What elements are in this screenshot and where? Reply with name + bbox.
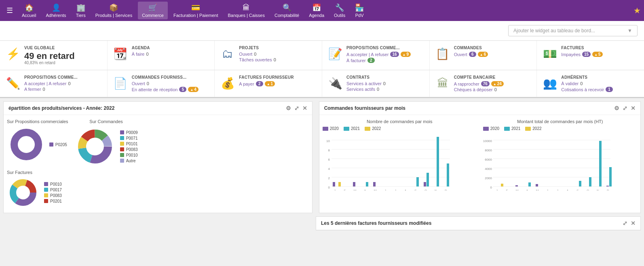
- svg-text:M: M: [536, 189, 538, 191]
- legend-color-2020: [323, 127, 328, 131]
- card-contrats[interactable]: 🔌 CONTRATS Services à activer 0 Services…: [322, 70, 430, 97]
- prop-warn-badge: 9: [401, 52, 411, 57]
- card-commandes-fourn[interactable]: 📄 COMMANDES FOURNISS... Ouvert 0 En atte…: [108, 70, 215, 97]
- legend-montant-2021: 2021: [504, 126, 520, 131]
- legend-p0205: P0205: [49, 142, 67, 147]
- card-commandes[interactable]: 📋 COMMANDES Ouvert 6 6: [430, 41, 537, 70]
- card-adherents[interactable]: 👥 ADHÉRENTS À valider 0 Cotisations à re…: [537, 70, 644, 97]
- svg-text:2000: 2000: [485, 176, 492, 180]
- card-agenda[interactable]: 📆 AGENDA À faire 0: [108, 41, 215, 70]
- svg-text:F: F: [344, 189, 346, 191]
- legend-dot-p0010: [120, 153, 124, 157]
- chart-right-expand-icon[interactable]: ⤢: [623, 105, 627, 111]
- bottom-expand-icon[interactable]: ⤢: [623, 220, 627, 226]
- svg-rect-95: [528, 182, 531, 186]
- cmd-ouvert-link[interactable]: Ouvert: [454, 52, 467, 57]
- donut-factures-title: Sur Factures: [7, 170, 309, 175]
- bar-commandes-legend: 2020 2021 2022: [323, 126, 477, 131]
- nav-item-facturation[interactable]: 💳 Facturation | Paiement: [169, 2, 222, 19]
- contrats-activer-link[interactable]: Services à activer: [346, 81, 382, 86]
- prop-accepter-badge: 16: [390, 52, 399, 57]
- fac-warn-badge: 5: [592, 52, 602, 57]
- nav-item-adherents[interactable]: 👤 Adhérents: [42, 2, 70, 19]
- donut-commandes-svg: [75, 126, 115, 167]
- favorites-star-icon[interactable]: ★: [633, 6, 641, 15]
- nav-item-tiers[interactable]: 🏢 Tiers: [72, 2, 90, 19]
- svg-point-8: [88, 139, 102, 154]
- legend-label-fac-p0201: P0201: [50, 199, 62, 203]
- nav-item-outils[interactable]: 🔧 Outils: [330, 2, 349, 19]
- svg-text:N: N: [597, 189, 599, 191]
- chart-left-title: épartition des produits/services - Année…: [8, 105, 114, 111]
- card-factures[interactable]: 💵 FACTURES Impayées 15 5: [537, 41, 644, 70]
- chart-left-filter-icon[interactable]: ⚙: [286, 105, 291, 111]
- card-vue-globale-number: 49 en retard: [24, 52, 101, 61]
- bar-chart-montant-title: Montant total de commandes par mois (HT): [483, 119, 637, 124]
- svg-text:S: S: [576, 189, 579, 191]
- card-vue-globale[interactable]: ⚡ VUE GLOBALE 49 en retard 40,83% en ret…: [0, 41, 108, 70]
- chart-right-close-icon[interactable]: ✕: [631, 105, 636, 111]
- card-compte-bancaire[interactable]: 🏛 COMPTE BANCAIRE A rapprocher 76 24 Chè…: [430, 70, 537, 97]
- chart-right-filter-icon[interactable]: ⚙: [614, 105, 619, 111]
- svg-text:10: 10: [326, 139, 330, 143]
- bar-chart-montant: Montant total de commandes par mois (HT)…: [483, 119, 637, 192]
- nav-item-produits[interactable]: 📦 Produits | Services: [91, 2, 137, 19]
- legend-cmd-p0010: P0010: [120, 153, 138, 157]
- chart-left-close-icon[interactable]: ✕: [302, 105, 307, 111]
- legend-fac-p0017: P0017: [44, 188, 62, 192]
- nav-item-agenda[interactable]: 📅 Agenda: [305, 2, 328, 19]
- adherents-cotisations-link[interactable]: Cotisations à recevoir: [561, 87, 604, 92]
- bottom-panel-header: Les 5 dernières factures fournisseurs mo…: [316, 217, 640, 230]
- fac-fourn-payer-link[interactable]: A payer: [239, 82, 254, 86]
- nav-label-banques: Banques | Caisses: [228, 13, 265, 18]
- legend-label-2022: 2022: [372, 126, 381, 131]
- card-propositions-fourn[interactable]: ✏️ PROPOSITIONS COMME... A accepter | A …: [0, 70, 108, 97]
- hamburger-icon[interactable]: ☰: [3, 4, 16, 17]
- agenda-afaire-link[interactable]: À faire: [132, 52, 145, 57]
- svg-text:S: S: [414, 189, 416, 191]
- projets-taches-link[interactable]: Tâches ouvertes: [239, 57, 272, 62]
- svg-text:M: M: [353, 189, 356, 191]
- proposition-icon: 📝: [328, 47, 342, 61]
- nav-item-accueil[interactable]: 🏠 Accueil: [18, 2, 40, 19]
- compte-cheques-link[interactable]: Chèques à déposer: [454, 87, 493, 92]
- card-contrats-content: CONTRATS Services à activer 0 Services a…: [346, 75, 424, 92]
- card-contrats-title: CONTRATS: [346, 75, 424, 80]
- adherents-valider-value: 0: [580, 81, 583, 86]
- legend-label-fac-p0083: P0083: [50, 193, 62, 198]
- fac-fourn-line1: A payer 2 1: [239, 81, 316, 86]
- fac-impayees-badge: 15: [582, 52, 591, 57]
- bottom-close-icon[interactable]: ✕: [631, 220, 636, 226]
- svg-text:J: J: [496, 189, 498, 191]
- nav-item-comptabilite[interactable]: 🔍 Comptabilité: [270, 2, 303, 19]
- prop-facturer-link[interactable]: À facturer: [346, 58, 366, 63]
- nav-item-banques[interactable]: 🏛 Banques | Caisses: [224, 2, 269, 19]
- prop-fourn-fermer-link[interactable]: A fermer: [24, 87, 41, 92]
- nav-item-commerce[interactable]: 🛒 Commerce: [138, 2, 168, 19]
- adherents-cotisations-badge: 1: [606, 87, 613, 92]
- legend-label-2020: 2020: [330, 126, 339, 131]
- projects-icon: 🗂: [220, 47, 235, 61]
- prop-accepter-link[interactable]: A accepter | A refuser: [346, 52, 389, 57]
- projets-ouvert-link[interactable]: Ouvert: [239, 52, 252, 57]
- svg-text:8000: 8000: [485, 149, 492, 152]
- adherents-valider-link[interactable]: À valider: [561, 81, 579, 86]
- chart-left-header: épartition des produits/services - Année…: [4, 102, 312, 115]
- contrats-actifs-link[interactable]: Services actifs: [346, 87, 375, 92]
- card-projets[interactable]: 🗂 PROJETS Ouvert 0 Tâches ouvertes 0: [215, 41, 322, 70]
- svg-rect-87: [501, 184, 503, 186]
- cmd-fourn-attente-link[interactable]: En attente de réception: [132, 87, 178, 92]
- donut-factures-legend: P0010 P0017 P0083 P0201: [44, 182, 62, 203]
- compte-rapprocher-link[interactable]: A rapprocher: [454, 82, 479, 86]
- fac-impayees-link[interactable]: Impayées: [561, 52, 581, 57]
- bank-balance-icon: 🏛: [435, 77, 450, 90]
- bank-icon: 🏛: [243, 4, 250, 12]
- card-propositions-fourn-content: PROPOSITIONS COMME... A accepter | A ref…: [24, 75, 101, 92]
- chart-left-expand-icon[interactable]: ⤢: [294, 105, 299, 111]
- widget-dropdown[interactable]: Ajouter le widget au tableau de bord... …: [508, 25, 638, 36]
- nav-item-pdv[interactable]: 🏪 PdV: [351, 2, 368, 19]
- cmd-fourn-ouvert-link[interactable]: Ouvert: [132, 81, 145, 86]
- card-propositions[interactable]: 📝 PROPOSITIONS COMME... A accepter | A r…: [322, 41, 430, 70]
- card-factures-fourn[interactable]: 💰 FACTURES FOURNISSEUR A payer 2 1: [215, 70, 322, 97]
- prop-fourn-accepter-link[interactable]: A accepter | A refuser: [24, 81, 66, 86]
